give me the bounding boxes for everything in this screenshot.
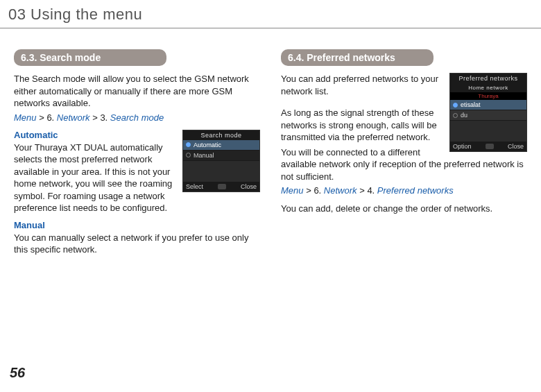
phone-row-manual: Manual	[183, 151, 259, 161]
menu-path-num1: 6.	[46, 112, 54, 123]
softkey-left: Select	[186, 183, 203, 190]
right-column: 6.4. Preferred networks Preferred networ…	[281, 49, 527, 256]
softkey-mid-icon	[218, 184, 226, 189]
phone-redsub: Thuraya	[450, 92, 526, 100]
page-title: 03 Using the menu	[0, 0, 541, 28]
phone-title: Search mode	[183, 130, 259, 140]
menu-path-sep: >	[306, 185, 314, 196]
menu-path-sep: >	[39, 112, 46, 123]
phone-row-etisalat: etisalat	[450, 100, 526, 110]
phone-title: Preferred networks	[450, 74, 526, 83]
radio-icon	[453, 113, 458, 118]
menu-path-network: Network	[324, 185, 357, 196]
radio-icon	[186, 142, 191, 147]
phone-row-label: etisalat	[461, 101, 481, 108]
menu-path-num2: 4.	[367, 185, 375, 196]
phone-softkeys: Select Close	[183, 182, 259, 191]
page-number: 56	[10, 365, 25, 381]
section-heading-preferred-networks: 6.4. Preferred networks	[281, 49, 433, 66]
phone-list: Automatic Manual	[183, 140, 259, 182]
phone-list: etisalat du	[450, 100, 526, 142]
manual-heading: Manual	[14, 220, 260, 230]
phone-row-label: Automatic	[194, 142, 221, 148]
phone-row-label: du	[461, 112, 467, 119]
preferred-menu-path: Menu > 6. Network > 4. Preferred network…	[281, 185, 527, 196]
search-mode-menu-path: Menu > 6. Network > 3. Search mode	[14, 112, 260, 123]
phone-row-label: Manual	[194, 152, 214, 159]
radio-icon	[453, 103, 458, 108]
phone-softkeys: Option Close	[450, 142, 526, 151]
softkey-left: Option	[453, 143, 472, 150]
section-heading-search-mode: 6.3. Search mode	[14, 49, 166, 66]
softkey-right: Close	[508, 143, 524, 150]
menu-path-network: Network	[57, 112, 90, 123]
menu-path-sep2: >	[92, 112, 100, 123]
softkey-mid-icon	[486, 144, 494, 149]
phone-row-du: du	[450, 110, 526, 121]
radio-icon	[186, 153, 191, 157]
phone-row-automatic: Automatic	[183, 140, 259, 151]
menu-path-searchmode: Search mode	[110, 112, 164, 123]
left-column: 6.3. Search mode The Search mode will al…	[14, 49, 260, 256]
menu-path-menu: Menu	[281, 185, 304, 196]
content-columns: 6.3. Search mode The Search mode will al…	[0, 28, 541, 256]
phone-mockup-search-mode: Search mode Automatic Manual Select Clos…	[182, 130, 260, 192]
menu-path-sep2: >	[359, 185, 367, 196]
manual-body: You can manually select a network if you…	[14, 232, 260, 256]
phone-subtitle: Home network	[450, 83, 526, 92]
preferred-outro: You can add, delete or change the order …	[281, 203, 527, 215]
phone-mockup-preferred-networks: Preferred networks Home network Thuraya …	[449, 73, 527, 152]
menu-path-preferred: Preferred networks	[377, 185, 454, 196]
menu-path-menu: Menu	[14, 112, 37, 123]
menu-path-num1: 6.	[314, 185, 321, 196]
search-mode-intro: The Search mode will allow you to select…	[14, 73, 260, 110]
softkey-right: Close	[241, 183, 257, 190]
menu-path-num2: 3.	[100, 112, 108, 123]
